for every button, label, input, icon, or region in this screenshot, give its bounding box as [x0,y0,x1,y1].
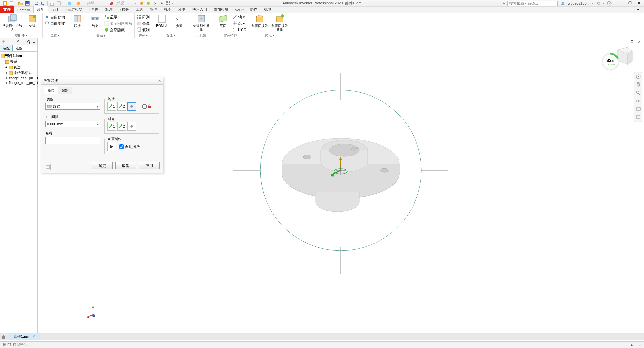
dialog-close-icon[interactable]: ✕ [158,79,161,83]
connect-pick1[interactable]: 1 [107,102,116,111]
browser-add-icon[interactable]: + [21,39,25,45]
user-icon[interactable] [560,0,566,6]
joint-type-combo[interactable]: 旋转 ▾ [45,103,100,110]
constrain-button[interactable]: 约束 [87,14,103,28]
redo-icon[interactable] [40,0,46,6]
tree-origin[interactable]: +原始坐标系 [1,70,37,76]
joint-button[interactable]: 联接 [69,14,86,28]
cancel-button[interactable]: 取消 [115,162,136,169]
show-sick-button[interactable]: 显示问题关系 [104,20,132,26]
tab-inspect[interactable]: 检验 [116,6,132,13]
derive-substitute-button[interactable]: 创建衍生替换 [192,14,211,32]
nav-pan-icon[interactable] [635,81,642,88]
connect-lock-checkbox[interactable] [142,102,151,111]
nav-zoom-icon[interactable] [635,90,642,96]
open-icon[interactable] [17,0,23,6]
undo-icon[interactable] [33,0,39,6]
tree-root[interactable]: 部件1.iam [1,53,37,59]
home-icon[interactable] [49,0,55,6]
create-button[interactable]: 创建 [24,14,40,28]
gap-input[interactable]: 0.000 mm ▸ [45,121,100,127]
browser-tab-assembly[interactable]: 装配 [0,45,13,51]
nav-home-icon[interactable] [635,73,642,80]
axis-button[interactable]: 轴 ▾ [232,14,246,20]
fx-icon[interactable] [75,0,82,6]
browser-pin-icon[interactable] [1,39,6,45]
appearance-dropdown[interactable]: 外观 [116,1,124,6]
material-dropdown[interactable]: 材料 [86,1,94,6]
new-icon[interactable] [9,0,15,6]
pattern-button[interactable]: 阵列 [137,14,150,20]
tab-environment[interactable]: 环境 [175,6,189,13]
ribbon-collapse-icon[interactable]: ⏷ [634,6,642,12]
tab-design[interactable]: 设计 [48,6,62,13]
align-flip-icon[interactable] [127,122,136,131]
tab-addins[interactable]: 附加模块 [210,6,232,13]
search-input[interactable] [507,1,558,6]
point-button[interactable]: 点 ▾ [232,20,246,26]
shrinkwrap-button[interactable]: 包覆面提取 [250,14,269,28]
nav-lookat-icon[interactable] [635,106,642,112]
browser-search-icon[interactable]: Q [26,39,31,45]
ok-button[interactable]: 确定 [92,162,113,169]
apply-button[interactable]: 应用 [139,162,160,169]
dialog-tab-joint[interactable]: 联接 [44,87,58,94]
shrinkwrap-sub-button[interactable]: 包覆面提取替换 [270,14,289,32]
grid-icon[interactable] [165,0,171,6]
align-pick1[interactable]: 1 [107,122,116,131]
tab-vault[interactable]: Vault [232,7,247,13]
save-icon[interactable] [24,0,30,6]
connect-pick2[interactable]: 2 [117,102,126,111]
dialog-titlebar[interactable]: 放置联接 ✕ [41,77,163,85]
nav-clip-icon[interactable] [635,114,642,120]
fx-text-icon[interactable]: fx [152,0,158,6]
minimize-button[interactable]: — [618,1,625,6]
dialog-tab-limits[interactable]: 限制 [58,87,72,94]
show-button[interactable]: 显示 [104,14,132,20]
free-move-button[interactable]: 自由移动 [45,14,65,20]
hide-all-button[interactable]: 全部隐藏 [104,27,132,33]
tree-part1[interactable]: +flange_csb_pn_16_n [1,76,37,80]
doc-close-icon[interactable]: ✕ [636,39,643,44]
doctab-home-icon[interactable] [0,333,7,340]
tab-electromech[interactable]: 机电 [261,6,275,13]
restore-button[interactable]: ❐ [627,1,633,6]
tree-representations[interactable]: +表达 [1,64,37,70]
tab-annotate[interactable]: 标注 [102,6,116,13]
connect-flip-icon[interactable] [127,102,136,111]
user-label[interactable]: wodeya163... [568,1,590,5]
tab-tools[interactable]: 工具 [132,6,147,13]
tab-file[interactable]: 文件 [0,6,14,13]
browser-tab-modeling[interactable]: 造型 [13,45,25,51]
tree-relationships[interactable]: 关系 [1,59,37,64]
tab-getstarted[interactable]: 快速入门 [189,6,210,13]
color-a-icon[interactable] [139,0,145,6]
plus-icon[interactable]: + [159,0,165,6]
color-b-icon[interactable] [145,0,151,6]
material-icon[interactable] [67,0,73,6]
tab-sketch[interactable]: 草图 [86,6,102,13]
help-icon[interactable]: ? [606,0,612,6]
browser-close-icon[interactable]: ✕ [15,39,20,45]
mirror-button[interactable]: 镜像 [137,20,150,26]
tab-factory[interactable]: Factory [14,7,33,13]
tab-assembly[interactable]: 装配 [33,6,48,13]
tab-3dmodel[interactable]: 三维模型 [62,6,86,13]
tree-part2[interactable]: +flange_csb_pn_16_n [1,80,37,85]
appearance-icon[interactable] [108,0,114,6]
doc-restore-icon[interactable]: ❐ [629,39,635,44]
bom-button[interactable]: BOM 表 [154,14,170,28]
cart-icon[interactable] [595,0,601,6]
align-pick2[interactable]: 2 [117,122,126,131]
browser-menu-icon[interactable]: ≡ [32,39,36,45]
tab-manage[interactable]: 管理 [147,6,161,13]
tab-view[interactable]: 视图 [161,6,175,13]
nav-orbit-icon[interactable] [635,98,642,104]
close-button[interactable]: ✕ [635,1,642,6]
name-input[interactable] [45,137,100,144]
parameters-button[interactable]: fx 参数 [171,14,187,28]
copy-button[interactable]: 复制 [137,27,150,33]
place-from-cc-button[interactable]: 从资源中心装入 [2,14,23,32]
tab-collaborate[interactable]: 协作 [247,6,261,13]
play-button[interactable] [107,142,116,151]
